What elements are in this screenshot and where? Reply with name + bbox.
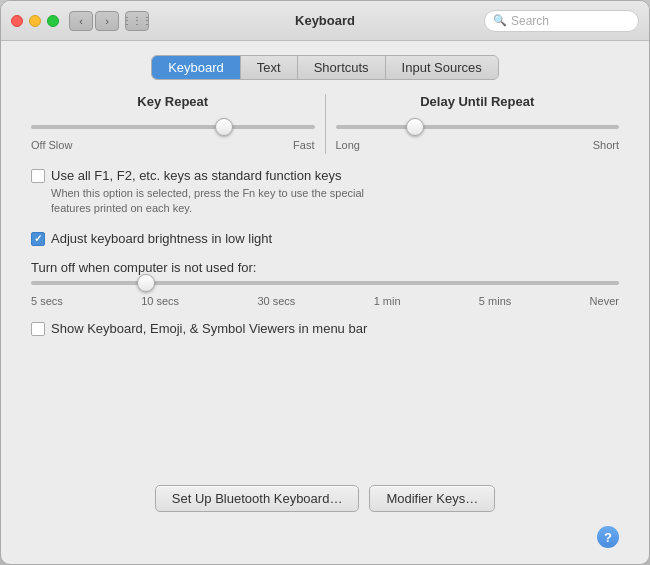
maximize-button[interactable]	[47, 15, 59, 27]
key-repeat-labels: Off Slow Fast	[31, 139, 315, 151]
checkbox-fn-text: Use all F1, F2, etc. keys as standard fu…	[51, 168, 364, 217]
turnoff-tick-2: 30 secs	[257, 295, 295, 307]
nav-buttons: ‹ ›	[69, 11, 119, 31]
key-repeat-min-label: Off Slow	[31, 139, 72, 151]
bluetooth-keyboard-button[interactable]: Set Up Bluetooth Keyboard…	[155, 485, 360, 512]
delay-labels: Long Short	[336, 139, 620, 151]
turnoff-tick-5: Never	[590, 295, 619, 307]
window: ‹ › ⋮⋮⋮ Keyboard 🔍 Search Keyboard Text …	[0, 0, 650, 565]
delay-thumb[interactable]	[406, 118, 424, 136]
checkbox-viewers-label: Show Keyboard, Emoji, & Symbol Viewers i…	[51, 321, 367, 336]
key-repeat-thumb[interactable]	[215, 118, 233, 136]
key-repeat-slider[interactable]	[31, 117, 315, 137]
search-icon: 🔍	[493, 14, 507, 27]
checkbox-brightness[interactable]	[31, 232, 45, 246]
key-repeat-max-label: Fast	[293, 139, 314, 151]
checkbox-viewers-row: Show Keyboard, Emoji, & Symbol Viewers i…	[21, 321, 629, 336]
checkbox-brightness-row: Adjust keyboard brightness in low light	[21, 231, 629, 246]
delay-slider[interactable]	[336, 117, 620, 137]
search-placeholder: Search	[511, 14, 549, 28]
tab-text[interactable]: Text	[241, 56, 298, 79]
buttons-row: Set Up Bluetooth Keyboard… Modifier Keys…	[21, 485, 629, 512]
checkbox-fn-label: Use all F1, F2, etc. keys as standard fu…	[51, 168, 364, 183]
turnoff-tick-row: 5 secs 10 secs 30 secs 1 min 5 mins Neve…	[31, 295, 619, 307]
back-button[interactable]: ‹	[69, 11, 93, 31]
checkbox-brightness-label: Adjust keyboard brightness in low light	[51, 231, 272, 246]
titlebar: ‹ › ⋮⋮⋮ Keyboard 🔍 Search	[1, 1, 649, 41]
tab-shortcuts[interactable]: Shortcuts	[298, 56, 386, 79]
checkbox-fn-sublabel: When this option is selected, press the …	[51, 186, 364, 217]
traffic-lights	[11, 15, 59, 27]
turnoff-tick-4: 5 mins	[479, 295, 511, 307]
checkbox-fn[interactable]	[31, 169, 45, 183]
tabs: Keyboard Text Shortcuts Input Sources	[21, 55, 629, 80]
close-button[interactable]	[11, 15, 23, 27]
bottom-row: ?	[21, 526, 629, 548]
sliders-row: Key Repeat Off Slow Fast Delay Until Rep…	[21, 94, 629, 154]
turnoff-slider[interactable]	[31, 281, 619, 285]
key-repeat-section: Key Repeat Off Slow Fast	[31, 94, 315, 151]
key-repeat-label: Key Repeat	[137, 94, 208, 109]
delay-track	[336, 125, 620, 129]
tab-group: Keyboard Text Shortcuts Input Sources	[151, 55, 499, 80]
checkbox-fn-row: Use all F1, F2, etc. keys as standard fu…	[21, 168, 629, 217]
turnoff-thumb[interactable]	[137, 274, 155, 292]
turnoff-section: Turn off when computer is not used for: …	[21, 260, 629, 307]
delay-until-repeat-section: Delay Until Repeat Long Short	[336, 94, 620, 151]
forward-button[interactable]: ›	[95, 11, 119, 31]
delay-min-label: Long	[336, 139, 360, 151]
checkbox-viewers[interactable]	[31, 322, 45, 336]
modifier-keys-button[interactable]: Modifier Keys…	[369, 485, 495, 512]
minimize-button[interactable]	[29, 15, 41, 27]
turnoff-track	[31, 281, 619, 285]
slider-divider	[325, 94, 326, 154]
turnoff-tick-1: 10 secs	[141, 295, 179, 307]
turnoff-label: Turn off when computer is not used for:	[31, 260, 619, 275]
tab-input-sources[interactable]: Input Sources	[386, 56, 498, 79]
grid-button[interactable]: ⋮⋮⋮	[125, 11, 149, 31]
turnoff-tick-3: 1 min	[374, 295, 401, 307]
help-button[interactable]: ?	[597, 526, 619, 548]
turnoff-tick-0: 5 secs	[31, 295, 63, 307]
delay-label: Delay Until Repeat	[420, 94, 534, 109]
delay-max-label: Short	[593, 139, 619, 151]
tab-keyboard[interactable]: Keyboard	[152, 56, 241, 79]
key-repeat-track	[31, 125, 315, 129]
window-title: Keyboard	[295, 13, 355, 28]
content: Keyboard Text Shortcuts Input Sources Ke…	[1, 41, 649, 564]
search-box[interactable]: 🔍 Search	[484, 10, 639, 32]
